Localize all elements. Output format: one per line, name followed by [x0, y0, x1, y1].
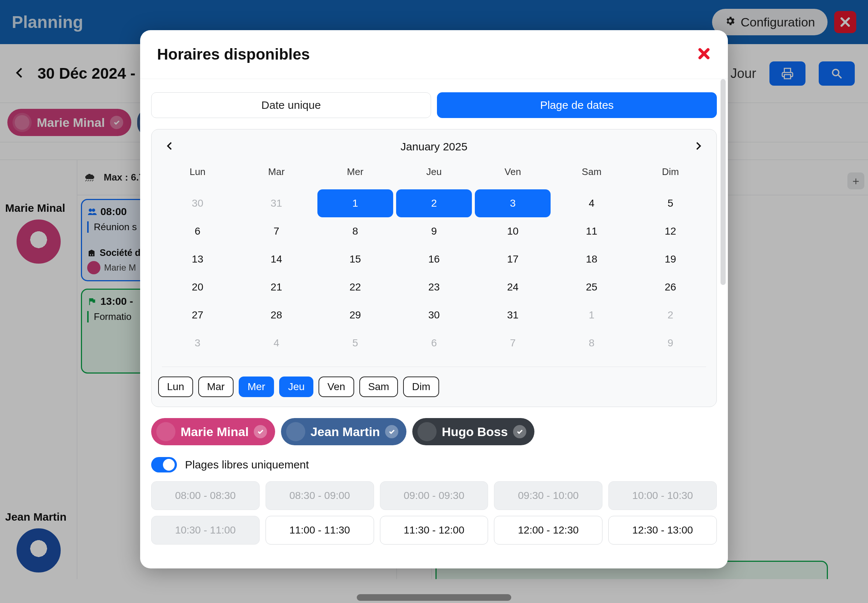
calendar-day[interactable]: 30	[158, 189, 237, 217]
person-chip-label: Marie Minal	[181, 425, 249, 439]
people-row: Marie Minal Jean Martin Hugo Boss	[151, 418, 717, 445]
search-button[interactable]	[819, 62, 855, 86]
calendar-day[interactable]: 24	[473, 273, 552, 301]
check-icon	[254, 425, 267, 438]
calendar-day[interactable]: 16	[395, 245, 473, 273]
calendar-day[interactable]: 9	[395, 217, 473, 245]
time-slot[interactable]: 12:00 - 12:30	[494, 516, 602, 544]
calendar-day[interactable]: 28	[237, 301, 316, 329]
close-app-button[interactable]	[834, 11, 856, 33]
calendar-day[interactable]: 5	[631, 189, 710, 217]
prev-week-button[interactable]	[13, 66, 26, 81]
time-slot: 08:00 - 08:30	[151, 481, 260, 510]
free-only-toggle[interactable]	[151, 457, 177, 473]
calendar-day[interactable]: 14	[237, 245, 316, 273]
weekday-filter-chips: LunMarMerJeuVenSamDim	[158, 377, 710, 397]
time-slot[interactable]: 11:00 - 11:30	[266, 516, 374, 544]
close-icon	[839, 16, 851, 28]
home-indicator	[357, 594, 511, 601]
person-chip-marie[interactable]: Marie Minal	[151, 418, 275, 445]
add-event-button[interactable]: ＋	[847, 172, 864, 189]
calendar-day[interactable]: 3	[475, 189, 551, 217]
calendar: January 2025 LunMarMerJeuVenSamDim 30311…	[151, 129, 717, 407]
calendar-day[interactable]: 1	[552, 301, 631, 329]
calendar-dow: Mar	[237, 161, 316, 183]
weekday-chip[interactable]: Dim	[403, 377, 439, 397]
calendar-days: 3031123456789101112131415161718192021222…	[158, 189, 710, 357]
calendar-day[interactable]: 31	[473, 301, 552, 329]
calendar-day[interactable]: 26	[631, 273, 710, 301]
calendar-day[interactable]: 6	[158, 217, 237, 245]
print-button[interactable]	[769, 62, 806, 86]
time-slot: 10:00 - 10:30	[608, 481, 717, 510]
calendar-day[interactable]: 5	[316, 329, 395, 357]
calendar-day[interactable]: 2	[631, 301, 710, 329]
calendar-day[interactable]: 10	[473, 217, 552, 245]
calendar-day[interactable]: 17	[473, 245, 552, 273]
weekday-chip[interactable]: Ven	[319, 377, 354, 397]
weekday-chip[interactable]: Sam	[359, 377, 398, 397]
gear-icon	[724, 15, 736, 29]
calendar-day[interactable]: 29	[316, 301, 395, 329]
prev-month-button[interactable]	[165, 141, 175, 153]
calendar-day[interactable]: 13	[158, 245, 237, 273]
calendar-day[interactable]: 12	[631, 217, 710, 245]
calendar-day[interactable]: 4	[552, 189, 631, 217]
weekday-chip[interactable]: Jeu	[279, 377, 313, 397]
calendar-day[interactable]: 15	[316, 245, 395, 273]
calendar-day[interactable]: 4	[237, 329, 316, 357]
calendar-month: January 2025	[175, 141, 693, 153]
building-icon	[87, 249, 96, 257]
calendar-day[interactable]: 18	[552, 245, 631, 273]
calendar-day[interactable]: 7	[473, 329, 552, 357]
check-icon	[110, 116, 123, 129]
calendar-day[interactable]: 9	[631, 329, 710, 357]
calendar-day[interactable]: 7	[237, 217, 316, 245]
time-slot[interactable]: 11:30 - 12:00	[380, 516, 489, 544]
calendar-day[interactable]: 30	[395, 301, 473, 329]
avatar-icon	[87, 261, 101, 274]
avatar	[17, 220, 61, 264]
time-slot: 08:30 - 09:00	[266, 481, 374, 510]
scrollbar-thumb[interactable]	[721, 79, 726, 285]
calendar-dow: Jeu	[395, 161, 473, 183]
calendar-dow: Sam	[552, 161, 631, 183]
next-month-button[interactable]	[693, 141, 703, 153]
person-chip-marie[interactable]: Marie Minal	[7, 109, 131, 136]
calendar-day[interactable]: 25	[552, 273, 631, 301]
free-only-label: Plages libres uniquement	[185, 459, 309, 471]
weekday-chip[interactable]: Mer	[239, 377, 274, 397]
calendar-day[interactable]: 21	[237, 273, 316, 301]
weekday-chip[interactable]: Lun	[158, 377, 193, 397]
calendar-day[interactable]: 3	[158, 329, 237, 357]
calendar-day[interactable]: 27	[158, 301, 237, 329]
calendar-day[interactable]: 20	[158, 273, 237, 301]
calendar-day[interactable]: 19	[631, 245, 710, 273]
svg-point-2	[92, 209, 95, 212]
calendar-day[interactable]: 6	[395, 329, 473, 357]
mode-single-date[interactable]: Date unique	[151, 92, 431, 118]
calendar-day[interactable]: 11	[552, 217, 631, 245]
rain-icon: 🌧	[84, 171, 96, 184]
modal-close-button[interactable]	[697, 47, 711, 62]
calendar-day[interactable]: 23	[395, 273, 473, 301]
weekday-chip[interactable]: Mar	[198, 377, 234, 397]
calendar-day[interactable]: 22	[316, 273, 395, 301]
calendar-day[interactable]: 8	[552, 329, 631, 357]
configuration-button[interactable]: Configuration	[712, 9, 828, 35]
time-slot: 10:30 - 11:00	[151, 516, 260, 544]
app-title: Planning	[12, 12, 83, 32]
print-icon	[781, 67, 794, 80]
rail-person: Marie Minal	[0, 195, 77, 504]
person-chip-hugo[interactable]: Hugo Boss	[412, 418, 534, 445]
view-day-label[interactable]: Jour	[730, 66, 756, 81]
calendar-day[interactable]: 8	[316, 217, 395, 245]
person-chip-jean[interactable]: Jean Martin	[281, 418, 407, 445]
calendar-day[interactable]: 2	[396, 189, 472, 217]
time-slot[interactable]: 12:30 - 13:00	[608, 516, 717, 544]
time-slot: 09:30 - 10:00	[494, 481, 602, 510]
mode-date-range[interactable]: Plage de dates	[437, 92, 717, 118]
calendar-day[interactable]: 31	[237, 189, 316, 217]
calendar-day[interactable]: 1	[317, 189, 393, 217]
modal-header: Horaires disponibles	[140, 30, 728, 79]
